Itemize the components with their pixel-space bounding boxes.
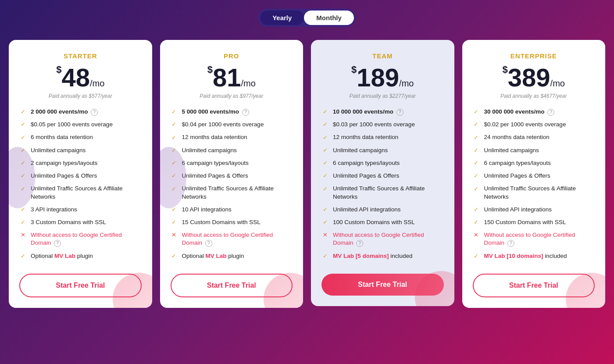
cta-button-team[interactable]: Start Free Trial xyxy=(321,274,444,296)
check-icon: ✓ xyxy=(171,206,178,213)
feature-text: 24 months data retention xyxy=(484,133,550,141)
feature-item: ✓ Unlimited Traffic Sources & Affiliate … xyxy=(171,185,293,200)
check-icon: ✓ xyxy=(473,253,480,260)
feature-item: ✓ 2 000 000 events/mo ? xyxy=(19,108,142,116)
feature-item: ✓ Unlimited campaigns xyxy=(171,146,293,154)
feature-item: ✓ Unlimited Pages & Offers xyxy=(473,172,595,180)
price-symbol: $ xyxy=(503,64,508,75)
feature-text: 10 000 000 events/mo ? xyxy=(333,108,403,116)
feature-item: ✓ 100 Custom Domains with SSL xyxy=(321,218,444,226)
check-icon: ✓ xyxy=(321,185,328,192)
feature-item: ✓ Optional MV Lab plugin xyxy=(171,252,293,260)
feature-text: 12 months data retention xyxy=(182,133,247,141)
check-icon: ✓ xyxy=(19,160,26,167)
price-annual: Paid annually as $4677/year xyxy=(473,93,595,99)
check-icon: ✓ xyxy=(321,219,328,226)
feature-text: 15 Custom Domains with SSL xyxy=(182,218,261,226)
check-icon: ✓ xyxy=(19,253,26,260)
check-icon: ✓ xyxy=(473,172,480,179)
check-icon: ✓ xyxy=(19,185,26,192)
check-icon: ✓ xyxy=(321,108,328,115)
help-icon[interactable]: ? xyxy=(205,240,212,247)
feature-item: ✕ Without access to Google Certified Dom… xyxy=(473,231,595,247)
feature-text: Unlimited Pages & Offers xyxy=(333,172,399,180)
feature-item: ✓ Unlimited Pages & Offers xyxy=(171,172,293,180)
price-display: $389/mo xyxy=(473,65,595,90)
feature-list: ✓ 5 000 000 events/mo ? ✓ $0.04 per 1000… xyxy=(171,108,293,265)
yearly-toggle[interactable]: Yearly xyxy=(260,11,304,25)
feature-item: ✓ 12 months data retention xyxy=(171,133,293,141)
cross-icon: ✕ xyxy=(321,232,328,239)
feature-text: 10 API integrations xyxy=(182,206,232,214)
feature-text: 150 Custom Domains with SSL xyxy=(484,218,566,226)
feature-item: ✓ 6 months data retention xyxy=(19,133,142,141)
feature-text: MV Lab [5 domains] included xyxy=(333,252,413,260)
check-icon: ✓ xyxy=(321,206,328,213)
price-symbol: $ xyxy=(351,64,357,75)
help-icon[interactable]: ? xyxy=(91,109,98,116)
check-icon: ✓ xyxy=(473,108,480,115)
plan-card-team: TEAM $189/mo Paid annually as $2277/year… xyxy=(311,40,454,306)
billing-toggle[interactable]: Yearly Monthly xyxy=(258,9,356,27)
feature-text: 6 campaign types/layouts xyxy=(333,159,400,167)
check-icon: ✓ xyxy=(19,108,26,115)
feature-list: ✓ 2 000 000 events/mo ? ✓ $0.05 per 1000… xyxy=(19,108,142,265)
feature-item: ✓ $0.03 per 1000 events overage xyxy=(321,121,444,128)
feature-list: ✓ 30 000 000 events/mo ? ✓ $0.02 per 100… xyxy=(473,108,595,265)
check-icon: ✓ xyxy=(321,253,328,260)
help-icon[interactable]: ? xyxy=(396,109,403,116)
feature-text: Without access to Google Certified Domai… xyxy=(333,231,444,247)
plan-name: ENTERPRISE xyxy=(473,52,595,60)
cross-icon: ✕ xyxy=(19,232,26,239)
feature-text: Optional MV Lab plugin xyxy=(182,252,244,260)
feature-item: ✓ Unlimited campaigns xyxy=(473,146,595,154)
check-icon: ✓ xyxy=(473,134,480,141)
help-icon[interactable]: ? xyxy=(242,109,249,116)
check-icon: ✓ xyxy=(321,172,328,179)
feature-text: Unlimited Traffic Sources & Affiliate Ne… xyxy=(182,185,293,200)
feature-item: ✓ 150 Custom Domains with SSL xyxy=(473,218,595,226)
check-icon: ✓ xyxy=(171,108,178,115)
feature-text: Without access to Google Certified Domai… xyxy=(31,231,142,247)
help-icon[interactable]: ? xyxy=(507,240,514,247)
feature-text: Without access to Google Certified Domai… xyxy=(484,231,595,247)
monthly-toggle[interactable]: Monthly xyxy=(304,11,354,25)
feature-item: ✓ Unlimited Traffic Sources & Affiliate … xyxy=(19,185,142,200)
check-icon: ✓ xyxy=(171,134,178,141)
feature-text: 2 000 000 events/mo ? xyxy=(31,108,98,116)
feature-text: Unlimited API integrations xyxy=(333,206,401,214)
feature-text: 3 Custom Domains with SSL xyxy=(31,218,106,226)
price-annual: Paid annually as $2277/year xyxy=(321,93,444,99)
feature-text: $0.02 per 1000 events overage xyxy=(484,121,566,128)
feature-item: ✓ Unlimited campaigns xyxy=(19,146,142,154)
check-icon: ✓ xyxy=(321,147,328,154)
cta-button-starter[interactable]: Start Free Trial xyxy=(19,274,142,297)
feature-item: ✓ 3 API integrations xyxy=(19,206,142,214)
price-amount: 389 xyxy=(508,63,550,92)
cta-button-enterprise[interactable]: Start Free Trial xyxy=(473,274,595,297)
feature-item: ✓ MV Lab [5 domains] included xyxy=(321,252,444,260)
plan-card-enterprise: ENTERPRISE $389/mo Paid annually as $467… xyxy=(462,40,606,308)
feature-item: ✕ Without access to Google Certified Dom… xyxy=(19,231,142,247)
feature-item: ✓ Unlimited Traffic Sources & Affiliate … xyxy=(321,185,444,200)
feature-text: 6 campaign types/layouts xyxy=(182,159,249,167)
feature-item: ✓ $0.02 per 1000 events overage xyxy=(473,121,595,128)
price-period: /mo xyxy=(550,79,565,88)
cta-button-pro[interactable]: Start Free Trial xyxy=(171,274,293,297)
feature-item: ✕ Without access to Google Certified Dom… xyxy=(171,231,293,247)
feature-text: 30 000 000 events/mo ? xyxy=(484,108,555,116)
feature-text: Unlimited Pages & Offers xyxy=(484,172,550,180)
cross-icon: ✕ xyxy=(473,232,480,239)
help-icon[interactable]: ? xyxy=(54,240,61,247)
feature-item: ✓ 6 campaign types/layouts xyxy=(171,159,293,167)
plan-name: STARTER xyxy=(19,52,142,60)
feature-item: ✓ Unlimited API integrations xyxy=(321,206,444,214)
feature-item: ✓ 6 campaign types/layouts xyxy=(473,159,595,167)
feature-item: ✓ Unlimited API integrations xyxy=(473,206,595,214)
help-icon[interactable]: ? xyxy=(547,109,554,116)
feature-item: ✓ 10 API integrations xyxy=(171,206,293,214)
feature-text: 2 campaign types/layouts xyxy=(31,159,97,167)
check-icon: ✓ xyxy=(473,160,480,167)
help-icon[interactable]: ? xyxy=(356,240,363,247)
cross-icon: ✕ xyxy=(171,232,178,239)
